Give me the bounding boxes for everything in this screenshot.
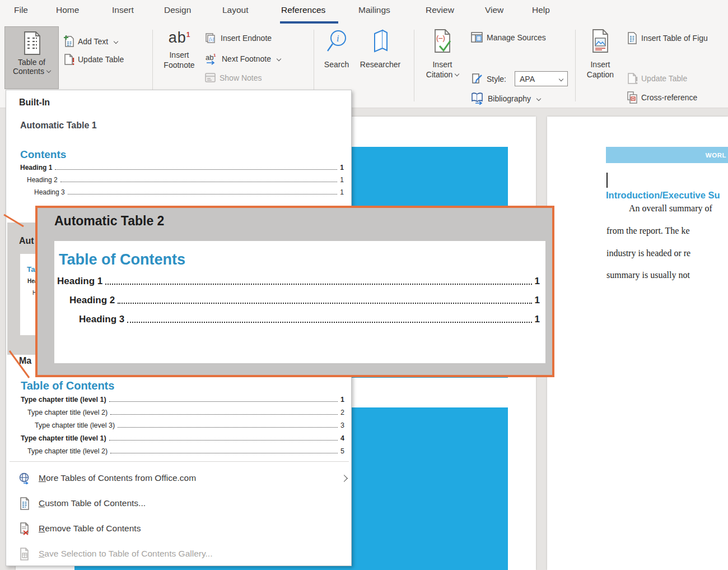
toc-preview-row: Heading 31 [79, 314, 540, 325]
menu-item-label: Save Selection to Table of Contents Gall… [39, 549, 212, 559]
dot-leader [110, 453, 338, 453]
bibliography-label: Bibliography [488, 94, 531, 103]
row-page: 1 [340, 396, 344, 404]
toc-preview-row: Heading 21 [27, 176, 344, 184]
update-table-button[interactable]: Update Table [63, 53, 124, 66]
tab-home[interactable]: Home [56, 5, 79, 15]
add-text-button[interactable]: Add Text [63, 35, 118, 48]
document-heading: Introduction/Executive Su [606, 190, 720, 201]
access-key: C [39, 498, 45, 508]
preview-heading: Contents [20, 149, 66, 161]
chevron-down-icon [455, 72, 459, 76]
toc-preview-row: Heading 21 [69, 295, 540, 306]
dot-leader [55, 169, 337, 170]
table-of-contents-button[interactable]: Table of Contents [4, 26, 59, 89]
remove-toc-icon [18, 522, 30, 535]
tab-help[interactable]: Help [532, 5, 550, 15]
text-cursor [606, 173, 608, 188]
menu-item-custom-toc[interactable]: Custom Table of Contents... [6, 491, 352, 516]
tab-review[interactable]: Review [426, 5, 454, 15]
next-footnote-button[interactable]: ab 1 Next Footnote [205, 53, 281, 65]
row-page: 1 [340, 176, 344, 184]
tab-view[interactable]: View [485, 5, 503, 15]
menu-item-save-selection[interactable]: Save Selection to Table of Contents Gall… [6, 541, 352, 566]
word-window: File Home Insert Design Layout Reference… [0, 0, 728, 570]
insert-citation-label-2: Citation [426, 70, 452, 79]
update-table-captions-label: Update Table [641, 74, 687, 83]
row-label: Heading 1 [20, 164, 52, 172]
insert-table-of-figures-button[interactable]: Insert Table of Figu [627, 32, 708, 44]
style-select[interactable]: APA [515, 71, 568, 86]
submenu-arrow-icon [340, 475, 348, 482]
preview-heading: Table of Contents [21, 379, 114, 392]
svg-text:ab: ab [206, 53, 213, 62]
insert-footnote-icon: ab [169, 29, 186, 46]
insert-table-of-figures-icon [627, 32, 638, 44]
dot-leader [105, 284, 531, 285]
row-label: Heading 3 [79, 314, 124, 325]
chevron-down-icon [114, 39, 118, 44]
label-rest: emove Table of Contents [45, 523, 141, 533]
document-body-line: summary is usually not [606, 270, 690, 280]
insert-footnote-button[interactable]: ab1 Insert Footnote [161, 28, 197, 70]
update-table-icon [63, 53, 74, 66]
tab-references[interactable]: References [281, 5, 325, 15]
menu-item-remove-toc[interactable]: Remove Table of Contents [6, 516, 352, 541]
chevron-down-icon [277, 57, 281, 61]
tab-file[interactable]: File [14, 5, 28, 15]
dot-leader [109, 440, 338, 441]
menu-item-label: Remove Table of Contents [39, 523, 141, 534]
insert-endnote-button[interactable]: [i] Insert Endnote [205, 33, 272, 44]
cross-reference-button[interactable]: Cross-reference [627, 91, 697, 104]
document-page-right[interactable]: WORL Introduction/Executive Su An overal… [547, 117, 728, 570]
row-page: 2 [340, 409, 344, 416]
search-button[interactable]: i Search [319, 28, 354, 69]
callout-preview: Table of Contents Heading 11 Heading 21 … [54, 241, 545, 363]
banner-text: WORL [706, 152, 726, 159]
toc-preview-row: Heading 11 [20, 164, 344, 172]
dot-leader [109, 401, 338, 402]
toc-preview-row: Heading 11 [57, 276, 540, 287]
row-page: 1 [340, 188, 344, 196]
cross-reference-label: Cross-reference [641, 93, 697, 102]
insert-footnote-label-1: Insert [169, 50, 189, 59]
insert-citation-button[interactable]: (–) Insert Citation [421, 28, 464, 80]
insert-caption-button[interactable]: Insert Caption [582, 28, 618, 80]
toc-preview-row: Heading 31 [34, 188, 344, 196]
callout-title: Automatic Table 2 [54, 214, 164, 229]
insert-citation-label-1: Insert [432, 60, 452, 69]
row-page: 4 [340, 434, 344, 442]
access-key: M [39, 473, 46, 483]
row-page: 5 [340, 447, 344, 455]
row-label: Heading 1 [57, 276, 102, 287]
toc-preview-row: Type chapter title (level 2)5 [27, 447, 344, 455]
show-notes-button[interactable]: Show Notes [205, 73, 262, 83]
bibliography-button[interactable]: Bibliography [471, 92, 540, 105]
toc-button-label-1: Table of [18, 58, 45, 67]
style-icon [471, 73, 483, 85]
row-label: Type chapter title (level 2) [27, 409, 108, 416]
label-rest: ustom Table of Contents... [45, 498, 146, 508]
manage-sources-button[interactable]: Manage Sources [471, 32, 546, 43]
tab-design[interactable]: Design [164, 5, 191, 15]
tab-layout[interactable]: Layout [222, 5, 249, 15]
automatic-table-2-callout[interactable]: Automatic Table 2 Table of Contents Head… [35, 206, 554, 377]
menu-item-label: More Tables of Contents from Office.com [39, 473, 196, 483]
style-row: Style: [471, 73, 506, 85]
chevron-down-icon [559, 76, 563, 81]
tab-insert[interactable]: Insert [112, 5, 134, 15]
save-gallery-icon [18, 548, 30, 560]
researcher-button[interactable]: Researcher [355, 28, 405, 69]
menu-item-more-tables[interactable]: More Tables of Contents from Office.com [6, 466, 352, 490]
update-table-captions-button[interactable]: Update Table [627, 72, 687, 85]
row-page: 1 [535, 314, 540, 325]
svg-text:i: i [337, 34, 339, 43]
dot-leader [127, 322, 531, 323]
chevron-down-icon [46, 68, 51, 73]
update-table-label: Update Table [78, 55, 124, 64]
tab-mailings[interactable]: Mailings [358, 5, 390, 15]
show-notes-icon [205, 73, 216, 83]
insert-caption-icon [589, 28, 612, 55]
toc-preview-row: Type chapter title (level 3)3 [35, 421, 344, 429]
svg-text:1: 1 [213, 53, 216, 58]
